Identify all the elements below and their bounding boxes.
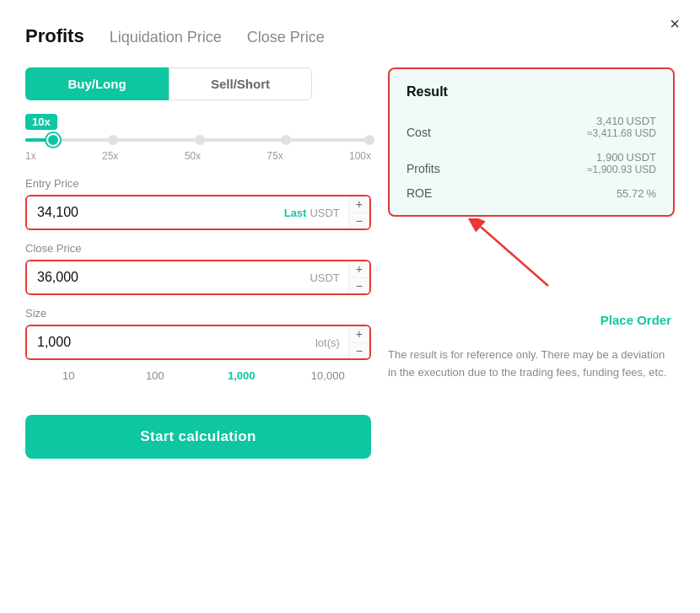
- roe-unit: %: [646, 187, 656, 200]
- close-price-stepper: + −: [348, 261, 369, 293]
- entry-price-minus[interactable]: −: [349, 213, 369, 229]
- entry-price-unit: USDT: [310, 207, 339, 219]
- leverage-slider-wrapper: [25, 135, 371, 145]
- close-price-input[interactable]: [27, 261, 301, 293]
- leverage-label-25x: 25x: [102, 150, 118, 162]
- close-price-suffix: USDT: [301, 261, 347, 293]
- leverage-label-75x: 75x: [267, 150, 283, 162]
- left-panel: Buy/Long Sell/Short 10x: [25, 67, 371, 459]
- close-price-plus[interactable]: +: [349, 261, 369, 278]
- roe-value: 55.72%: [614, 186, 656, 200]
- profits-label: Profits: [407, 162, 440, 175]
- entry-price-plus[interactable]: +: [349, 196, 369, 213]
- slider-dot-50x: [195, 135, 205, 145]
- slider-track[interactable]: [25, 138, 371, 142]
- arrow-annotation: [388, 227, 675, 303]
- result-title: Result: [407, 84, 656, 99]
- last-label[interactable]: Last: [284, 207, 307, 219]
- profits-sub: ≈1,900.93 USD: [587, 164, 656, 175]
- size-group: Size lot(s) + − 10 100 1,000 10,000: [25, 307, 371, 386]
- close-price-minus[interactable]: −: [349, 278, 369, 294]
- leverage-badge: 10x: [25, 114, 57, 130]
- direction-toggle: Buy/Long Sell/Short: [25, 67, 371, 100]
- close-button[interactable]: ×: [670, 15, 680, 32]
- close-price-group: Close Price USDT + −: [25, 242, 371, 295]
- cost-unit: USDT: [627, 115, 656, 127]
- size-plus[interactable]: +: [349, 326, 369, 343]
- profits-value: 1,900USDT: [587, 149, 656, 164]
- size-minus[interactable]: −: [349, 343, 369, 359]
- size-input-row: lot(s) + −: [25, 325, 371, 360]
- entry-price-input-row: Last USDT + −: [25, 195, 371, 230]
- leverage-label-100x: 100x: [349, 150, 371, 162]
- result-box: Result Cost 3,410USDT ≈3,411.68 USD Prof…: [388, 67, 675, 217]
- entry-price-label: Entry Price: [25, 177, 371, 190]
- cost-label: Cost: [407, 126, 431, 139]
- preset-1000[interactable]: 1,000: [198, 365, 285, 386]
- modal-container: × Profits Liquidation Price Close Price …: [0, 0, 700, 613]
- preset-10[interactable]: 10: [25, 365, 112, 386]
- red-arrow-svg: [464, 218, 599, 294]
- roe-row: ROE 55.72%: [407, 186, 656, 200]
- place-order-row: Place Order: [388, 313, 675, 328]
- start-calculation-button[interactable]: Start calculation: [25, 415, 371, 459]
- svg-line-1: [481, 227, 548, 286]
- roe-value-col: 55.72%: [614, 186, 656, 200]
- cost-value: 3,410USDT: [587, 113, 656, 127]
- size-presets: 10 100 1,000 10,000: [25, 365, 371, 386]
- roe-label: ROE: [407, 186, 432, 200]
- leverage-area: 10x 1x 25x 50x 75x: [25, 114, 371, 162]
- cost-sub: ≈3,411.68 USD: [587, 127, 656, 139]
- cost-row: Cost 3,410USDT ≈3,411.68 USD: [407, 113, 656, 139]
- slider-dot-75x: [281, 135, 291, 145]
- profits-row: Profits 1,900USDT ≈1,900.93 USD: [407, 149, 656, 175]
- slider-thumb[interactable]: [46, 133, 60, 147]
- preset-100[interactable]: 100: [112, 365, 199, 386]
- sell-short-button[interactable]: Sell/Short: [169, 67, 312, 100]
- slider-labels: 1x 25x 50x 75x 100x: [25, 150, 371, 162]
- close-price-unit: USDT: [310, 272, 339, 284]
- close-price-input-row: USDT + −: [25, 260, 371, 295]
- entry-price-group: Entry Price Last USDT + −: [25, 177, 371, 230]
- size-stepper: + −: [348, 326, 369, 358]
- close-price-label: Close Price: [25, 242, 371, 255]
- slider-dot-25x: [108, 135, 118, 145]
- tab-liquidation[interactable]: Liquidation Price: [110, 29, 222, 46]
- place-order-button[interactable]: Place Order: [600, 313, 671, 327]
- right-panel: Result Cost 3,410USDT ≈3,411.68 USD Prof…: [388, 67, 675, 459]
- profits-unit: USDT: [627, 151, 656, 164]
- preset-10000[interactable]: 10,000: [285, 365, 372, 386]
- leverage-label-1x: 1x: [25, 150, 36, 162]
- size-input[interactable]: [27, 326, 307, 358]
- cost-value-col: 3,410USDT ≈3,411.68 USD: [587, 113, 656, 139]
- entry-price-stepper: + −: [348, 196, 369, 229]
- tab-profits[interactable]: Profits: [25, 25, 84, 47]
- tab-bar: Profits Liquidation Price Close Price: [25, 25, 675, 47]
- slider-dot-100x: [364, 135, 374, 145]
- main-layout: Buy/Long Sell/Short 10x: [25, 67, 675, 459]
- disclaimer-text: The result is for reference only. There …: [388, 338, 675, 382]
- size-suffix: lot(s): [307, 326, 348, 358]
- entry-price-suffix: Last USDT: [276, 196, 348, 229]
- buy-long-button[interactable]: Buy/Long: [25, 67, 169, 100]
- tab-close-price[interactable]: Close Price: [247, 29, 325, 46]
- entry-price-input[interactable]: [27, 196, 276, 229]
- profits-value-col: 1,900USDT ≈1,900.93 USD: [587, 149, 656, 175]
- size-unit: lot(s): [315, 336, 340, 349]
- size-label: Size: [25, 307, 371, 320]
- leverage-label-50x: 50x: [185, 150, 201, 162]
